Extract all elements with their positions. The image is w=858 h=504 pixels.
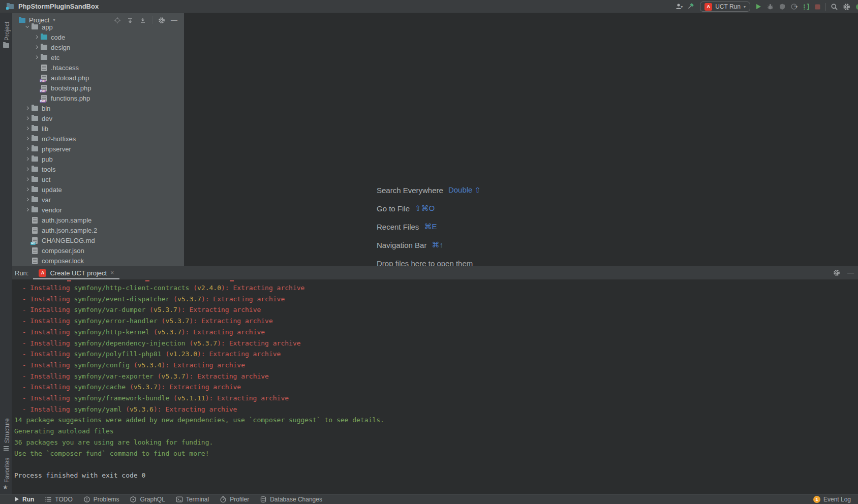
tree-item-functions-php[interactable]: PHPfunctions.php <box>12 93 184 103</box>
tree-item-update[interactable]: update <box>12 184 184 195</box>
tree-item-composer-json[interactable]: ♪composer.json <box>12 245 184 256</box>
chevron-right-icon[interactable] <box>24 198 31 201</box>
tree-item-label: design <box>51 44 70 51</box>
tree-item-tools[interactable]: tools <box>12 164 184 174</box>
statusbar-tab-todo[interactable]: TODO <box>45 496 72 503</box>
expand-all-icon[interactable] <box>127 17 134 24</box>
tree-item-uct[interactable]: uct <box>12 174 184 184</box>
tree-item-m2-hotfixes[interactable]: m2-hotfixes <box>12 134 184 144</box>
run-label: Run: <box>15 269 28 277</box>
tree-item-design[interactable]: design <box>12 42 184 52</box>
project-view-selector[interactable]: Project <box>29 16 49 24</box>
statusbar-tab-label: Terminal <box>186 496 209 503</box>
tree-item-code[interactable]: code <box>12 32 184 42</box>
clipped-console-line <box>24 280 238 282</box>
structure-tool-icon[interactable] <box>4 446 9 451</box>
tool-button-structure[interactable]: Structure <box>4 418 11 443</box>
chevron-right-icon[interactable] <box>24 158 31 160</box>
database-icon <box>260 496 267 503</box>
statusbar-tab-run[interactable]: Run <box>14 496 34 503</box>
chevron-right-icon[interactable] <box>33 46 40 48</box>
shortcut-hint-row: Recent Files⌘E <box>377 217 481 236</box>
profiler-icon <box>220 496 227 503</box>
run-configuration-selector[interactable]: A UCT Run ▾ <box>700 2 750 12</box>
chevron-right-icon[interactable] <box>24 117 31 119</box>
chevron-right-icon[interactable] <box>24 178 31 180</box>
run-button[interactable] <box>755 3 762 10</box>
chevron-right-icon[interactable] <box>33 36 40 38</box>
chevron-right-icon[interactable] <box>24 208 31 211</box>
main-toolbar: ▾ A UCT Run ▾ ▾ <box>672 0 858 13</box>
tree-item-autoload-php[interactable]: PHPautoload.php <box>12 73 184 83</box>
statusbar-tab-database-changes[interactable]: Database Changes <box>260 496 322 503</box>
tree-item-pub[interactable]: pub <box>12 154 184 164</box>
debug-button[interactable] <box>767 3 774 10</box>
statusbar-tab-problems[interactable]: Problems <box>83 496 119 503</box>
hide-panel-icon[interactable]: — <box>171 18 177 23</box>
user-account-icon[interactable]: ▾ <box>675 3 683 11</box>
folder-icon <box>32 106 38 111</box>
hide-run-panel-icon[interactable]: — <box>847 270 854 275</box>
tree-item-auth-json-sample[interactable]: auth.json.sample <box>12 215 184 225</box>
panel-settings-gear-icon[interactable] <box>158 17 165 24</box>
uct-run-config-icon: A <box>704 3 712 11</box>
run-panel-settings-gear-icon[interactable] <box>833 269 840 276</box>
run-tab-create-uct-project[interactable]: A Create UCT project × <box>33 266 119 279</box>
tree-item-changelog-md[interactable]: MDCHANGELOG.md <box>12 235 184 245</box>
console-line: 14 package suggestions were added by new… <box>14 415 858 426</box>
folder-icon <box>32 207 38 212</box>
project-tool-icon[interactable] <box>3 43 9 48</box>
tool-button-project[interactable]: Project <box>4 22 11 41</box>
chevron-right-icon[interactable] <box>24 137 31 140</box>
stop-button[interactable] <box>814 4 821 10</box>
coverage-button[interactable] <box>779 3 786 10</box>
tool-button-favorites[interactable]: Favorites <box>4 458 11 483</box>
console-line: - Installing symfony/config (v5.3.4): Ex… <box>14 360 858 371</box>
collapse-all-icon[interactable] <box>139 17 146 24</box>
event-log-button[interactable]: 1Event Log <box>813 496 851 503</box>
settings-gear-icon[interactable] <box>843 3 850 11</box>
build-hammer-icon[interactable] <box>687 3 695 11</box>
console-line: - Installing symfony/yaml (v5.3.6): Extr… <box>14 404 858 415</box>
statusbar-tab-profiler[interactable]: Profiler <box>220 496 249 503</box>
tree-item-auth-json-sample-2[interactable]: auth.json.sample.2 <box>12 225 184 235</box>
chevron-right-icon[interactable] <box>24 147 31 150</box>
title-bar: PhpStormPluginSandBox ▾ A UCT Run ▾ <box>0 0 858 13</box>
tree-item-bin[interactable]: bin <box>12 103 184 113</box>
update-application-icon[interactable] <box>802 3 810 11</box>
run-console-output: - Installing symfony/http-client-contrac… <box>12 279 858 494</box>
shortcut-action-label: Recent Files <box>377 223 419 231</box>
tree-item-label: composer.lock <box>42 257 84 265</box>
folder-icon <box>32 197 38 202</box>
project-file-tree: appcodedesignetc.htaccessPHPautoload.php… <box>12 22 184 266</box>
console-line <box>14 459 858 470</box>
statusbar-tab-terminal[interactable]: Terminal <box>176 496 209 503</box>
chevron-down-icon[interactable]: ▾ <box>53 18 55 22</box>
favorites-star-icon[interactable]: ★ <box>3 484 8 490</box>
tree-item-phpserver[interactable]: phpserver <box>12 144 184 154</box>
run-icon <box>14 496 19 502</box>
chevron-right-icon[interactable] <box>33 56 40 58</box>
tree-item-dev[interactable]: dev <box>12 113 184 123</box>
chevron-right-icon[interactable] <box>24 188 31 191</box>
folder-icon <box>32 177 38 182</box>
profiler-button[interactable]: ▾ <box>790 3 798 10</box>
clipped-toolbar-icon[interactable] <box>855 3 858 11</box>
locate-file-icon[interactable] <box>114 17 121 24</box>
php-file-icon: PHP <box>41 85 47 91</box>
folder-icon <box>32 116 38 121</box>
tree-item-var[interactable]: var <box>12 195 184 205</box>
statusbar-tab-graphql[interactable]: GraphQL <box>130 496 165 503</box>
shortcut-hint-row: Navigation Bar⌘↑ <box>377 236 481 254</box>
tree-item-vendor[interactable]: vendor <box>12 205 184 215</box>
tree-item-composer-lock[interactable]: ♪composer.lock <box>12 256 184 266</box>
close-icon[interactable]: × <box>110 269 114 276</box>
tree-item-bootstrap-php[interactable]: PHPbootstrap.php <box>12 83 184 93</box>
chevron-right-icon[interactable] <box>24 168 31 170</box>
tree-item--htaccess[interactable]: .htaccess <box>12 62 184 73</box>
chevron-right-icon[interactable] <box>24 127 31 130</box>
search-everywhere-icon[interactable] <box>831 3 838 11</box>
tree-item-lib[interactable]: lib <box>12 123 184 134</box>
tree-item-etc[interactable]: etc <box>12 52 184 62</box>
chevron-right-icon[interactable] <box>24 107 31 109</box>
